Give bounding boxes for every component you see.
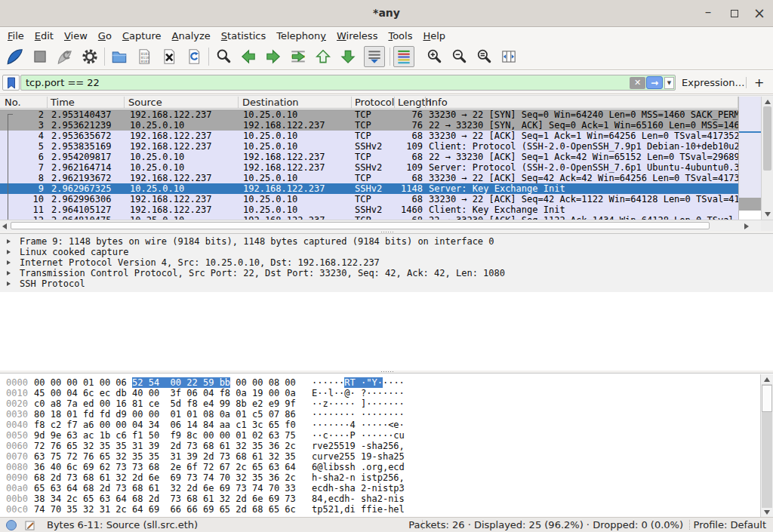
column-header-destination[interactable]: Destination [242,97,299,108]
packet-row[interactable]: 72.96216471410.25.0.10192.168.122.237SSH… [0,162,738,173]
menu-capture[interactable]: Capture [117,29,167,43]
reload-file-button[interactable] [183,46,205,67]
detail-row[interactable]: Frame 9: 1148 bytes on wire (9184 bits),… [0,236,773,247]
start-capture-button[interactable] [5,46,26,67]
packet-row[interactable]: 42.953635672192.168.122.23710.25.0.10TCP… [0,131,738,141]
hex-row[interactable]: 009068 2d 73 68 61 32 2d 6e 69 73 74 70 … [0,472,773,483]
hex-row[interactable]: 008036 40 6c 69 62 73 73 68 2e 6f 72 67 … [0,462,773,472]
expand-arrow-icon[interactable] [7,260,11,265]
hex-row[interactable]: 000000 00 00 01 00 06 52 54 00 22 59 bb … [0,377,773,388]
go-forward-button[interactable] [263,46,284,67]
hex-row[interactable]: 00a065 63 64 68 2d 73 68 61 32 2d 6e 69 … [0,483,773,494]
close-file-button[interactable] [159,46,180,67]
column-header-no[interactable]: No. [5,97,21,108]
capture-comment-icon[interactable] [24,519,36,532]
save-file-button[interactable]: 010101100101 [134,46,155,67]
packet-row[interactable]: 112.964105127192.168.122.23710.25.0.10SS… [0,204,738,215]
packet-row[interactable]: 22.953140437192.168.122.23710.25.0.10TCP… [0,109,738,120]
packet-row[interactable]: 32.95362123910.25.0.10192.168.122.237TCP… [0,120,738,131]
menu-file[interactable]: File [2,29,29,43]
expand-arrow-icon[interactable] [7,281,11,286]
expert-info-icon[interactable] [6,520,17,530]
column-separator[interactable] [394,97,395,108]
packet-row[interactable]: 82.962193672192.168.122.23710.25.0.10TCP… [0,173,738,183]
scroll-down-arrow[interactable] [764,510,770,515]
column-separator[interactable] [124,97,125,108]
display-filter-input[interactable]: tcp.port == 22 ✕ → ▼ [20,75,676,91]
menu-analyze[interactable]: Analyze [167,29,216,43]
scroll-right-arrow[interactable] [744,223,749,229]
hex-row[interactable]: 007063 75 72 76 65 32 35 35 31 39 2d 73 … [0,451,773,462]
packet-row[interactable]: 62.95420981710.25.0.10192.168.122.237TCP… [0,152,738,162]
expand-arrow-icon[interactable] [7,271,11,275]
expression-button[interactable]: Expression… [682,77,745,88]
scroll-left-arrow[interactable] [2,223,7,229]
hex-row[interactable]: 001045 00 04 6c ec db 40 00 3f 06 04 f8 … [0,388,773,398]
go-back-button[interactable] [238,46,259,67]
menu-wireless[interactable]: Wireless [331,29,383,43]
menu-tools[interactable]: Tools [383,29,417,43]
column-separator[interactable] [351,97,352,108]
packet-row[interactable]: 52.953835169192.168.122.23710.25.0.10SSH… [0,141,738,152]
packet-list-hscrollbar[interactable] [0,220,761,231]
column-header-protocol[interactable]: Protocol [355,97,394,108]
maximize-button[interactable] [727,6,742,21]
go-to-packet-button[interactable] [288,46,309,67]
detail-row[interactable]: SSH Protocol [0,278,773,289]
add-filter-button[interactable]: + [754,75,764,90]
filter-dropdown-button[interactable]: ▼ [664,77,674,89]
scroll-up-arrow[interactable] [764,377,770,382]
find-packet-button[interactable] [213,46,234,67]
hex-row[interactable]: 00509d 9e 63 ac 1b c6 f1 50 f9 8c 00 00 … [0,430,773,441]
menu-statistics[interactable]: Statistics [216,29,271,43]
scroll-down-arrow[interactable] [765,212,771,217]
restart-capture-button[interactable] [54,46,75,67]
hex-row[interactable]: 003080 18 01 fd fd d9 00 00 01 01 08 0a … [0,409,773,420]
column-separator[interactable] [425,97,426,108]
zoom-in-button[interactable] [423,46,445,67]
hscrollbar-thumb[interactable] [11,222,710,229]
menu-view[interactable]: View [59,29,93,43]
packet-row[interactable]: 92.96296732510.25.0.10192.168.122.237SSH… [0,183,738,194]
menu-help[interactable]: Help [417,29,451,43]
bytes-vscrollbar[interactable] [760,374,773,518]
open-file-button[interactable] [109,46,130,67]
filter-clear-button[interactable]: ✕ [630,77,645,89]
menu-edit[interactable]: Edit [29,29,59,43]
scroll-up-arrow[interactable] [765,100,771,104]
status-profile[interactable]: Profile: Default [694,519,766,530]
filter-bookmark-button[interactable] [2,75,20,91]
hex-row[interactable]: 00c074 70 35 32 31 2c 64 69 66 66 69 65 … [0,504,773,515]
stop-capture-button[interactable] [29,46,51,67]
hex-row[interactable]: 0040f8 c2 f7 a6 00 00 04 34 06 14 84 aa … [0,420,773,430]
close-button[interactable]: × [752,6,767,21]
zoom-out-button[interactable] [448,46,470,67]
menu-telephony[interactable]: Telephony [271,29,331,43]
go-first-button[interactable] [313,46,334,67]
packet-list-vscrollbar[interactable] [761,97,773,220]
bytes-scrollbar-thumb[interactable] [762,385,772,412]
zoom-reset-button[interactable] [473,46,494,67]
hex-row[interactable]: 00b038 34 2c 65 63 64 68 2d 73 68 61 32 … [0,494,773,504]
detail-row[interactable]: Linux cooked capture [0,247,773,257]
column-separator[interactable] [238,97,239,108]
capture-options-button[interactable] [79,46,100,67]
column-header-length[interactable]: Length [398,97,432,108]
expand-arrow-icon[interactable] [7,239,11,244]
column-header-time[interactable]: Time [51,97,75,108]
vscrollbar-thumb[interactable] [763,106,771,171]
column-separator[interactable] [47,97,48,108]
expand-arrow-icon[interactable] [7,250,11,254]
column-header-info[interactable]: Info [429,97,448,108]
minimize-button[interactable]: – [701,6,716,21]
filter-apply-button[interactable]: → [646,76,663,89]
detail-row[interactable]: Transmission Control Protocol, Src Port:… [0,268,773,278]
go-last-button[interactable] [337,46,359,67]
hex-row[interactable]: 0020c0 a8 7a ed 00 16 81 ce 5d f8 e4 99 … [0,398,773,409]
resize-columns-button[interactable] [498,46,519,67]
packet-row[interactable]: 102.962996306192.168.122.23710.25.0.10TC… [0,194,738,204]
menu-go[interactable]: Go [93,29,117,43]
hex-row[interactable]: 006072 76 65 32 35 35 31 39 2d 73 68 61 … [0,441,773,451]
colorize-button[interactable] [393,46,414,67]
detail-row[interactable]: Internet Protocol Version 4, Src: 10.25.… [0,257,773,268]
